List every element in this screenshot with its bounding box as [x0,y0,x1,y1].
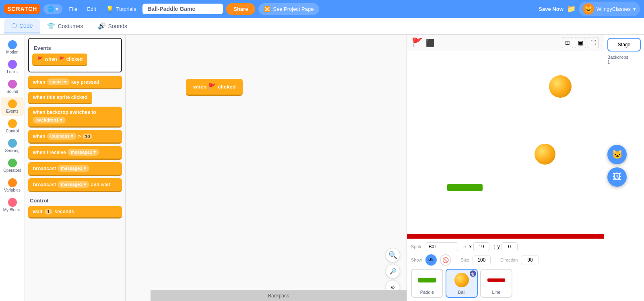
flag-icon: 🚩 [37,56,43,62]
y-coord: ↕ y [493,242,518,251]
edit-menu-button[interactable]: Edit [84,4,99,14]
tab-sounds[interactable]: 🔊 Sounds [91,19,134,33]
globe-language-button[interactable]: 🌐 ▾ [43,4,62,14]
code-tab-label: Code [19,23,33,29]
wait-block[interactable]: wait 1 seconds [28,206,122,219]
y-input[interactable] [502,242,518,251]
wait-value[interactable]: 1 [45,209,52,214]
fullscreen-button[interactable]: ⛶ [588,37,599,48]
broadcast-pill[interactable]: message1 ▾ [58,165,89,172]
main-area: Motion Looks Sound Events Control Sensin… [0,35,644,301]
when-flag-clicked-floating[interactable]: when 🚩 clicked [186,79,243,96]
direction-label: Direction [500,258,518,262]
loudness-pill[interactable]: loudness ▾ [47,133,76,140]
stage-tab-button[interactable]: Stage [607,38,641,52]
x-input[interactable] [473,242,489,251]
key-pill[interactable]: space ▾ [47,78,70,85]
sprite-delete-button[interactable]: 🗑 [470,270,476,277]
stop-icon: ⬛ [426,39,435,47]
sprite-thumbnails: Paddle 🗑 Ball Line [411,269,600,298]
size-input[interactable] [473,256,491,264]
broadcast-wait-pill[interactable]: message1 ▾ [58,181,89,188]
backpack-bar[interactable]: Backpack [151,290,407,301]
project-name-input[interactable] [142,4,223,14]
sprite-thumb-line[interactable]: Line [480,269,512,298]
myblocks-label: My Blocks [3,208,22,212]
message-receive-pill[interactable]: message1 ▾ [68,149,99,156]
stage-tab-area: Stage Backdrops 1 🐱 🖼 [604,35,644,301]
category-variables[interactable]: Variables [1,176,24,195]
sprite-thumb-paddle[interactable]: Paddle [411,269,443,298]
add-sprite-button[interactable]: 🐱 [607,145,627,164]
topbar: SCRATCH 🌐 ▾ File Edit 💡 Tutorials Share … [0,0,644,18]
when-flag-clicked-script[interactable]: when 🚩 clicked [186,79,243,98]
when-sprite-clicked-block[interactable]: when this sprite clicked [28,92,92,104]
backpack-label: Backpack [268,293,289,299]
when-loudness-block[interactable]: when loudness ▾ > 10 [28,130,122,144]
backdrop-pill[interactable]: backdrop1 ▾ [33,117,66,124]
category-sensing[interactable]: Sensing [1,136,24,155]
zoom-in-button[interactable]: 🔍 [386,248,400,262]
when-key-pressed-block[interactable]: when space ▾ key pressed [28,76,122,89]
direction-input[interactable] [521,256,539,264]
size-label: Size [461,258,469,262]
small-stage-button[interactable]: ⊡ [562,37,573,48]
folder-button[interactable]: 📁 [567,4,576,13]
when-backdrop-switches-block[interactable]: when backdrop switches to backdrop1 ▾ [28,107,122,128]
paddle-thumb-name: Paddle [414,290,440,295]
x-arrow-icon: ↔ [461,243,468,250]
category-motion[interactable]: Motion [1,38,24,57]
category-control[interactable]: Control [1,117,24,136]
small-stage-icon: ⊡ [565,39,570,46]
when-flag-clicked-block-highlight[interactable]: 🚩 when 🚩 clicked [32,54,87,66]
add-backdrop-button[interactable]: 🖼 [607,167,627,187]
operators-label: Operators [3,168,21,173]
sensing-label: Sensing [5,148,19,153]
scripts-area[interactable]: when 🚩 clicked 🔍 🔎 ⊙ Backpack [126,35,407,301]
scratch-logo[interactable]: SCRATCH [4,4,40,14]
operators-dot [8,159,17,167]
broadcast-wait-block[interactable]: broadcast message1 ▾ and wait [28,178,122,192]
see-project-button[interactable]: 🔀 See Project Page [258,3,319,15]
normal-stage-button[interactable]: ▣ [575,37,586,48]
share-button[interactable]: Share [226,3,255,15]
hide-sprite-button[interactable]: 🚫 [440,254,451,266]
tab-code[interactable]: ⬡ Code [4,19,40,33]
stop-button[interactable]: ⬛ [426,38,435,47]
chevron-down-icon: ▾ [633,6,636,12]
sprite-label: Sprite [411,244,423,249]
save-now-label: Save Now [539,6,563,12]
save-now-button[interactable]: Save Now [539,6,563,12]
zoom-out-button[interactable]: 🔎 [386,264,400,278]
show-sprite-button[interactable]: 👁 [425,254,437,266]
zoom-in-icon: 🔍 [388,251,397,260]
sounds-tab-label: Sounds [108,23,127,29]
tutorials-button[interactable]: 💡 Tutorials [103,4,139,14]
category-myblocks[interactable]: My Blocks [1,196,24,214]
trash-icon: 🗑 [471,272,475,276]
sprite-name-input[interactable] [426,242,458,251]
control-dot [8,119,17,128]
sprite-info-row: Sprite ↔ x ↕ y [411,242,600,251]
category-looks[interactable]: Looks [1,58,24,76]
category-sound[interactable]: Sound [1,77,24,96]
stage-view-controls: ⊡ ▣ ⛶ [562,37,599,48]
category-events[interactable]: Events [1,97,24,116]
costumes-tab-label: Costumes [58,23,83,29]
fullscreen-icon: ⛶ [590,39,596,46]
loudness-value[interactable]: 10 [83,134,92,139]
file-menu-button[interactable]: File [66,4,80,14]
tabbar: ⬡ Code 👕 Costumes 🔊 Sounds [0,18,644,35]
when-receive-block[interactable]: when I receive message1 ▾ [28,146,122,160]
tab-costumes[interactable]: 👕 Costumes [40,19,90,33]
sensing-dot [8,139,17,148]
stage-container: 🚩 ⬛ ⊡ ▣ ⛶ [407,35,604,301]
category-operators[interactable]: Operators [1,156,24,175]
sprite-panel: Sprite ↔ x ↕ y Show 👁 � [407,239,604,301]
sprite-thumb-ball[interactable]: 🗑 Ball [446,269,478,298]
broadcast-block[interactable]: broadcast message1 ▾ [28,162,122,176]
stage-ball-sprite-small [549,75,572,98]
line-thumb-image [485,272,508,288]
green-flag-button[interactable]: 🚩 [412,37,423,48]
user-menu-button[interactable]: 🐱 WiingyClasses ▾ [579,2,640,16]
